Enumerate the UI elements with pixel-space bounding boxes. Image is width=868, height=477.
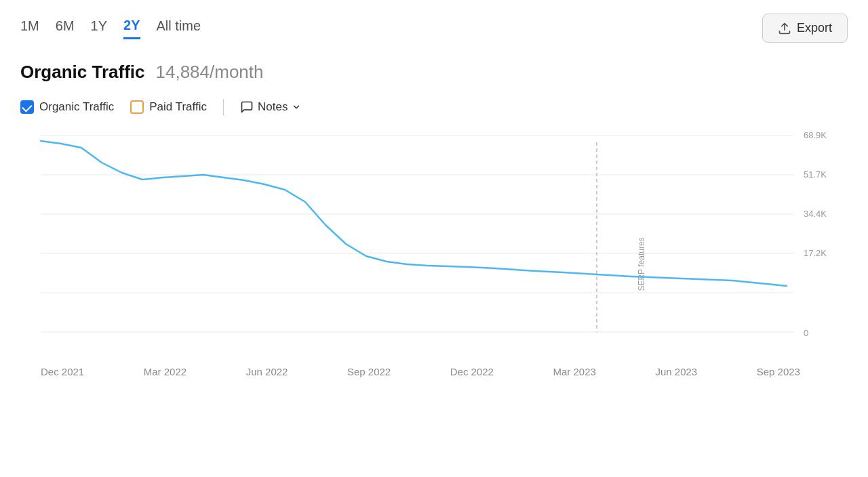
svg-text:0: 0: [804, 328, 808, 338]
export-icon: [778, 22, 791, 35]
notes-button[interactable]: Notes: [240, 100, 301, 114]
paid-label: Paid Traffic: [149, 100, 207, 114]
headline: Organic Traffic 14,884/month: [20, 62, 848, 83]
x-label-dec2021: Dec 2021: [41, 366, 84, 377]
headline-value: 14,884/month: [156, 62, 264, 83]
x-axis-labels: Dec 2021 Mar 2022 Jun 2022 Sep 2022 Dec …: [20, 359, 848, 377]
paid-checkbox[interactable]: [130, 100, 144, 114]
svg-text:34.4K: 34.4K: [804, 209, 827, 219]
chart-line: [41, 141, 787, 286]
organic-traffic-toggle[interactable]: Organic Traffic: [20, 100, 114, 114]
chart-area: 68.9K 51.7K 34.4K 17.2K 0 SERP features: [20, 129, 848, 359]
x-label-jun2023: Jun 2023: [655, 366, 697, 377]
headline-title: Organic Traffic: [20, 62, 145, 83]
x-label-jun2022: Jun 2022: [246, 366, 288, 377]
tab-alltime[interactable]: All time: [157, 18, 201, 38]
notes-icon: [240, 100, 254, 114]
x-label-sep2022: Sep 2022: [347, 366, 391, 377]
chart-svg: 68.9K 51.7K 34.4K 17.2K 0 SERP features: [20, 129, 848, 359]
chevron-down-icon: [292, 102, 301, 112]
svg-text:SERP features: SERP features: [637, 237, 646, 291]
export-button[interactable]: Export: [762, 14, 848, 43]
tab-2y[interactable]: 2Y: [123, 18, 140, 39]
time-tabs: 1M 6M 1Y 2Y All time: [20, 18, 201, 39]
x-label-mar2022: Mar 2022: [144, 366, 186, 377]
notes-label: Notes: [258, 100, 288, 114]
organic-label: Organic Traffic: [39, 100, 114, 114]
tab-6m[interactable]: 6M: [56, 18, 75, 38]
x-label-dec2022: Dec 2022: [450, 366, 494, 377]
tab-1m[interactable]: 1M: [20, 18, 39, 38]
legend-divider: [223, 99, 224, 115]
tab-1y[interactable]: 1Y: [91, 18, 107, 38]
legend-bar: Organic Traffic Paid Traffic Notes: [20, 99, 848, 115]
organic-checkbox[interactable]: [20, 100, 34, 114]
paid-traffic-toggle[interactable]: Paid Traffic: [130, 100, 207, 114]
svg-text:51.7K: 51.7K: [804, 169, 827, 180]
x-label-mar2023: Mar 2023: [553, 366, 596, 377]
top-bar: 1M 6M 1Y 2Y All time Export: [20, 14, 848, 43]
svg-text:17.2K: 17.2K: [804, 248, 827, 258]
svg-text:68.9K: 68.9K: [804, 130, 827, 140]
x-label-sep2023: Sep 2023: [757, 366, 800, 377]
